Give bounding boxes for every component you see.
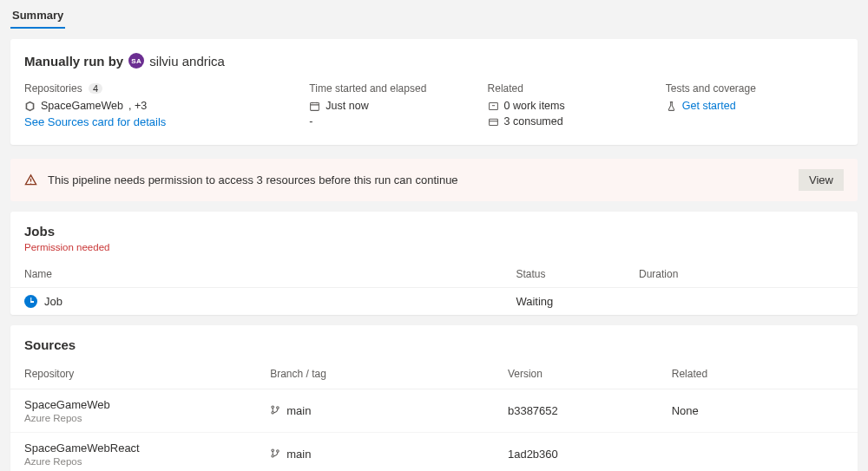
source-branch: main xyxy=(286,448,311,461)
primary-repo-name: SpaceGameWeb xyxy=(41,100,123,112)
svg-point-7 xyxy=(272,455,274,457)
job-status: Waiting xyxy=(516,295,639,308)
jobs-col-status: Status xyxy=(516,268,639,280)
source-row[interactable]: SpaceGameWebReactAzure Reposmain1ad2b360 xyxy=(10,433,858,471)
branch-icon xyxy=(270,448,281,461)
sources-col-branch: Branch / tag xyxy=(270,368,508,380)
source-row[interactable]: SpaceGameWebAzure Reposmainb3387652None xyxy=(10,389,858,433)
job-name: Job xyxy=(44,295,62,308)
source-repo-name: SpaceGameWeb xyxy=(24,398,270,411)
work-items-value: 0 work items xyxy=(504,100,565,112)
tab-summary[interactable]: Summary xyxy=(10,5,65,29)
svg-rect-1 xyxy=(489,102,497,109)
time-elapsed-value: - xyxy=(309,115,487,128)
source-repo-name: SpaceGameWebReact xyxy=(24,442,270,455)
overview-card: Manually run by SA silviu andrica Reposi… xyxy=(10,39,858,145)
related-heading: Related xyxy=(488,82,666,95)
repo-icon xyxy=(24,101,36,112)
sources-col-related: Related xyxy=(672,368,836,380)
clock-icon xyxy=(24,295,37,308)
svg-point-3 xyxy=(272,405,274,408)
time-heading: Time started and elapsed xyxy=(309,82,487,95)
artifact-icon xyxy=(488,116,499,128)
repositories-heading: Repositories 4 xyxy=(24,82,309,95)
source-repo-provider: Azure Repos xyxy=(24,456,270,467)
permission-needed-label: Permission needed xyxy=(10,239,858,252)
jobs-col-name: Name xyxy=(24,268,516,280)
sources-title: Sources xyxy=(10,325,858,352)
extra-repo-count: , +3 xyxy=(128,100,147,112)
svg-point-5 xyxy=(277,406,279,409)
view-button[interactable]: View xyxy=(799,169,844,191)
sources-col-repository: Repository xyxy=(24,368,270,380)
jobs-title: Jobs xyxy=(10,212,858,239)
work-item-icon xyxy=(488,101,499,112)
see-sources-link[interactable]: See Sources card for details xyxy=(24,115,309,128)
job-row[interactable]: JobWaiting xyxy=(10,288,858,315)
source-version: 1ad2b360 xyxy=(508,448,672,461)
run-by-label: Manually run by xyxy=(24,54,123,69)
jobs-card: Jobs Permission needed Name Status Durat… xyxy=(10,212,858,315)
source-related: None xyxy=(672,404,836,417)
time-started-value: Just now xyxy=(326,100,368,112)
get-started-link[interactable]: Get started xyxy=(682,100,736,112)
beaker-icon xyxy=(666,101,677,112)
jobs-col-duration: Duration xyxy=(639,268,844,280)
svg-rect-2 xyxy=(489,119,497,125)
svg-point-4 xyxy=(272,411,274,414)
sources-col-version: Version xyxy=(508,368,672,380)
calendar-icon xyxy=(309,101,320,112)
svg-rect-0 xyxy=(311,102,319,110)
svg-point-8 xyxy=(277,449,279,452)
branch-icon xyxy=(270,404,281,418)
source-branch: main xyxy=(286,404,311,417)
run-by-user: silviu andrica xyxy=(149,54,225,69)
permission-warning: This pipeline needs permission to access… xyxy=(10,159,858,201)
warning-message: This pipeline needs permission to access… xyxy=(48,173,788,186)
avatar: SA xyxy=(128,53,144,69)
consumed-value: 3 consumed xyxy=(504,115,563,128)
sources-card: Sources Repository Branch / tag Version … xyxy=(10,325,858,471)
svg-point-6 xyxy=(272,448,274,451)
source-repo-provider: Azure Repos xyxy=(24,413,270,423)
source-version: b3387652 xyxy=(508,404,672,417)
tests-heading: Tests and coverage xyxy=(666,82,844,95)
repositories-count-badge: 4 xyxy=(89,83,102,94)
warning-icon xyxy=(24,173,37,186)
